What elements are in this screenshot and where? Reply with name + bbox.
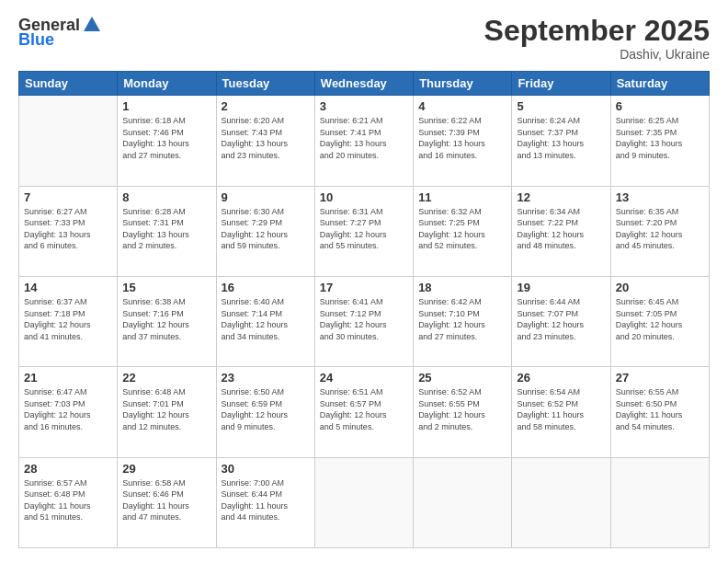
calendar-cell: 9Sunrise: 6:30 AM Sunset: 7:29 PM Daylig…	[216, 186, 314, 276]
day-number: 30	[222, 462, 310, 476]
weekday-header-row: Sunday Monday Tuesday Wednesday Thursday…	[19, 72, 710, 96]
calendar-cell	[19, 96, 118, 186]
day-number: 27	[616, 371, 704, 385]
calendar-cell	[512, 457, 610, 547]
day-number: 4	[418, 99, 506, 113]
day-info: Sunrise: 6:45 AM Sunset: 7:05 PM Dayligh…	[616, 296, 704, 342]
day-number: 12	[517, 190, 605, 204]
calendar-cell: 19Sunrise: 6:44 AM Sunset: 7:07 PM Dayli…	[512, 276, 610, 366]
calendar-cell: 13Sunrise: 6:35 AM Sunset: 7:20 PM Dayli…	[610, 186, 709, 276]
day-info: Sunrise: 6:31 AM Sunset: 7:27 PM Dayligh…	[320, 206, 408, 252]
calendar-cell: 18Sunrise: 6:42 AM Sunset: 7:10 PM Dayli…	[414, 276, 512, 366]
day-info: Sunrise: 6:51 AM Sunset: 6:57 PM Dayligh…	[320, 386, 408, 432]
calendar-cell: 10Sunrise: 6:31 AM Sunset: 7:27 PM Dayli…	[314, 186, 413, 276]
day-number: 9	[222, 190, 310, 204]
calendar-cell: 1Sunrise: 6:18 AM Sunset: 7:46 PM Daylig…	[118, 96, 216, 186]
day-info: Sunrise: 6:35 AM Sunset: 7:20 PM Dayligh…	[616, 206, 704, 252]
day-number: 5	[517, 99, 605, 113]
day-info: Sunrise: 6:52 AM Sunset: 6:55 PM Dayligh…	[418, 386, 506, 432]
day-number: 13	[616, 190, 704, 204]
calendar-cell: 27Sunrise: 6:55 AM Sunset: 6:50 PM Dayli…	[610, 367, 709, 457]
day-info: Sunrise: 6:47 AM Sunset: 7:03 PM Dayligh…	[24, 386, 112, 432]
calendar-cell: 2Sunrise: 6:20 AM Sunset: 7:43 PM Daylig…	[216, 96, 314, 186]
calendar-cell: 11Sunrise: 6:32 AM Sunset: 7:25 PM Dayli…	[414, 186, 512, 276]
day-info: Sunrise: 6:24 AM Sunset: 7:37 PM Dayligh…	[517, 115, 605, 161]
header-thursday: Thursday	[414, 72, 512, 96]
day-info: Sunrise: 6:30 AM Sunset: 7:29 PM Dayligh…	[222, 206, 310, 252]
day-info: Sunrise: 6:44 AM Sunset: 7:07 PM Dayligh…	[517, 296, 605, 342]
day-info: Sunrise: 6:28 AM Sunset: 7:31 PM Dayligh…	[122, 206, 210, 252]
calendar-cell: 23Sunrise: 6:50 AM Sunset: 6:59 PM Dayli…	[216, 367, 314, 457]
calendar-cell: 30Sunrise: 7:00 AM Sunset: 6:44 PM Dayli…	[216, 457, 314, 547]
day-info: Sunrise: 6:37 AM Sunset: 7:18 PM Dayligh…	[24, 296, 112, 342]
day-number: 14	[24, 281, 112, 294]
day-info: Sunrise: 6:58 AM Sunset: 6:46 PM Dayligh…	[122, 477, 210, 523]
calendar-cell: 16Sunrise: 6:40 AM Sunset: 7:14 PM Dayli…	[216, 276, 314, 366]
day-info: Sunrise: 6:22 AM Sunset: 7:39 PM Dayligh…	[418, 115, 506, 161]
day-info: Sunrise: 6:42 AM Sunset: 7:10 PM Dayligh…	[418, 296, 506, 342]
day-info: Sunrise: 6:32 AM Sunset: 7:25 PM Dayligh…	[418, 206, 506, 252]
calendar-cell: 12Sunrise: 6:34 AM Sunset: 7:22 PM Dayli…	[512, 186, 610, 276]
day-number: 17	[320, 281, 408, 294]
day-number: 2	[222, 99, 310, 113]
header-friday: Friday	[512, 72, 610, 96]
calendar-cell	[610, 457, 709, 547]
calendar-cell: 17Sunrise: 6:41 AM Sunset: 7:12 PM Dayli…	[314, 276, 413, 366]
day-number: 1	[122, 99, 210, 113]
day-number: 29	[122, 462, 210, 476]
logo: General Blue	[18, 15, 102, 48]
month-title: September 2025	[484, 15, 710, 47]
day-info: Sunrise: 6:34 AM Sunset: 7:22 PM Dayligh…	[517, 206, 605, 252]
day-number: 26	[517, 371, 605, 385]
calendar-cell: 29Sunrise: 6:58 AM Sunset: 6:46 PM Dayli…	[118, 457, 216, 547]
day-info: Sunrise: 6:55 AM Sunset: 6:50 PM Dayligh…	[616, 386, 704, 432]
day-info: Sunrise: 6:25 AM Sunset: 7:35 PM Dayligh…	[616, 115, 704, 161]
day-info: Sunrise: 6:40 AM Sunset: 7:14 PM Dayligh…	[222, 296, 310, 342]
day-info: Sunrise: 6:18 AM Sunset: 7:46 PM Dayligh…	[122, 115, 210, 161]
title-block: September 2025 Dashiv, Ukraine	[484, 15, 710, 62]
week-row-3: 14Sunrise: 6:37 AM Sunset: 7:18 PM Dayli…	[19, 276, 710, 366]
day-info: Sunrise: 7:00 AM Sunset: 6:44 PM Dayligh…	[222, 477, 310, 523]
header-monday: Monday	[118, 72, 216, 96]
day-number: 24	[320, 371, 408, 385]
calendar-cell: 25Sunrise: 6:52 AM Sunset: 6:55 PM Dayli…	[414, 367, 512, 457]
calendar-cell	[414, 457, 512, 547]
svg-marker-0	[84, 17, 100, 31]
day-info: Sunrise: 6:38 AM Sunset: 7:16 PM Dayligh…	[122, 296, 210, 342]
week-row-4: 21Sunrise: 6:47 AM Sunset: 7:03 PM Dayli…	[19, 367, 710, 457]
day-number: 16	[222, 281, 310, 294]
header-saturday: Saturday	[610, 72, 709, 96]
calendar-cell: 28Sunrise: 6:57 AM Sunset: 6:48 PM Dayli…	[19, 457, 118, 547]
day-number: 8	[122, 190, 210, 204]
calendar-cell: 8Sunrise: 6:28 AM Sunset: 7:31 PM Daylig…	[118, 186, 216, 276]
week-row-2: 7Sunrise: 6:27 AM Sunset: 7:33 PM Daylig…	[19, 186, 710, 276]
location-subtitle: Dashiv, Ukraine	[484, 47, 710, 62]
calendar-cell: 3Sunrise: 6:21 AM Sunset: 7:41 PM Daylig…	[314, 96, 413, 186]
day-info: Sunrise: 6:54 AM Sunset: 6:52 PM Dayligh…	[517, 386, 605, 432]
calendar-cell	[314, 457, 413, 547]
day-info: Sunrise: 6:50 AM Sunset: 6:59 PM Dayligh…	[222, 386, 310, 432]
day-number: 20	[616, 281, 704, 294]
calendar-cell: 15Sunrise: 6:38 AM Sunset: 7:16 PM Dayli…	[118, 276, 216, 366]
calendar-cell: 6Sunrise: 6:25 AM Sunset: 7:35 PM Daylig…	[610, 96, 709, 186]
day-number: 3	[320, 99, 408, 113]
day-number: 28	[24, 462, 112, 476]
day-number: 21	[24, 371, 112, 385]
day-number: 22	[122, 371, 210, 385]
calendar-cell: 20Sunrise: 6:45 AM Sunset: 7:05 PM Dayli…	[610, 276, 709, 366]
day-number: 19	[517, 281, 605, 294]
calendar-cell: 14Sunrise: 6:37 AM Sunset: 7:18 PM Dayli…	[19, 276, 118, 366]
week-row-1: 1Sunrise: 6:18 AM Sunset: 7:46 PM Daylig…	[19, 96, 710, 186]
calendar-cell: 4Sunrise: 6:22 AM Sunset: 7:39 PM Daylig…	[414, 96, 512, 186]
calendar-cell: 21Sunrise: 6:47 AM Sunset: 7:03 PM Dayli…	[19, 367, 118, 457]
calendar-cell: 5Sunrise: 6:24 AM Sunset: 7:37 PM Daylig…	[512, 96, 610, 186]
day-info: Sunrise: 6:27 AM Sunset: 7:33 PM Dayligh…	[24, 206, 112, 252]
calendar-table: Sunday Monday Tuesday Wednesday Thursday…	[18, 71, 710, 548]
day-info: Sunrise: 6:21 AM Sunset: 7:41 PM Dayligh…	[320, 115, 408, 161]
day-number: 23	[222, 371, 310, 385]
day-number: 25	[418, 371, 506, 385]
logo-icon	[82, 15, 102, 35]
page: General Blue September 2025 Dashiv, Ukra…	[0, 0, 728, 563]
calendar-cell: 22Sunrise: 6:48 AM Sunset: 7:01 PM Dayli…	[118, 367, 216, 457]
header: General Blue September 2025 Dashiv, Ukra…	[18, 15, 710, 62]
